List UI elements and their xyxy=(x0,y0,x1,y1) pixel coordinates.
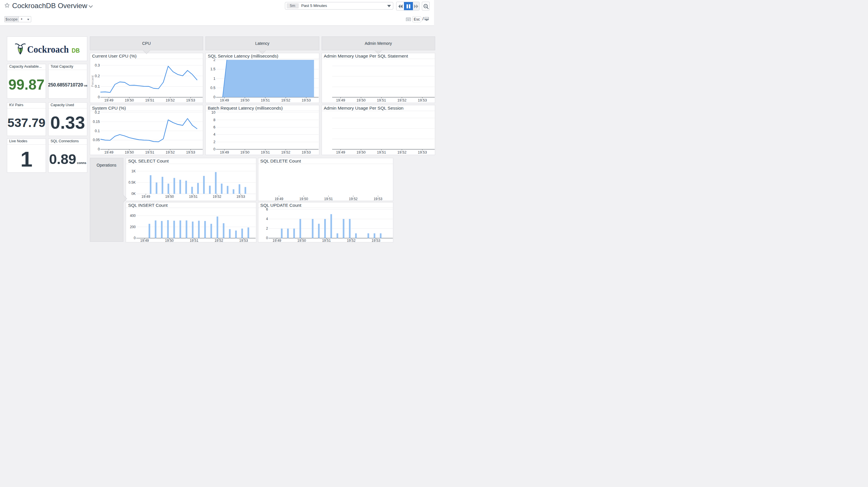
svg-text:19:50: 19:50 xyxy=(240,98,249,102)
svg-text:0: 0 xyxy=(134,236,136,240)
svg-text:0.1: 0.1 xyxy=(95,129,100,133)
svg-text:0: 0 xyxy=(98,95,100,99)
svg-text:19:52: 19:52 xyxy=(281,98,290,102)
svg-text:19:51: 19:51 xyxy=(377,98,386,102)
svg-text:19:49: 19:49 xyxy=(336,150,345,154)
svg-text:0K: 0K xyxy=(131,192,136,196)
svg-text:0: 0 xyxy=(214,95,216,99)
svg-text:19:50: 19:50 xyxy=(165,238,174,242)
svg-text:0.05: 0.05 xyxy=(93,138,100,142)
svg-text:0: 0 xyxy=(266,236,268,240)
svg-text:19:51: 19:51 xyxy=(261,98,270,102)
svg-text:Percent: Percent xyxy=(91,75,94,87)
svg-text:19:50: 19:50 xyxy=(356,150,365,154)
svg-text:19:51: 19:51 xyxy=(145,98,154,102)
svg-text:19:53: 19:53 xyxy=(372,238,380,242)
svg-text:19:53: 19:53 xyxy=(237,195,245,199)
svg-text:0.15: 0.15 xyxy=(93,120,100,124)
svg-text:200: 200 xyxy=(130,225,136,229)
svg-text:19:49: 19:49 xyxy=(220,98,229,102)
svg-text:19:52: 19:52 xyxy=(215,238,223,242)
svg-text:19:51: 19:51 xyxy=(190,238,198,242)
svg-text:0.5K: 0.5K xyxy=(129,180,136,184)
svg-text:19:50: 19:50 xyxy=(165,195,174,199)
svg-text:19:50: 19:50 xyxy=(240,150,249,154)
svg-text:DB: DB xyxy=(72,47,80,54)
svg-text:19:50: 19:50 xyxy=(125,150,133,154)
svg-text:19:53: 19:53 xyxy=(418,150,427,154)
svg-text:19:52: 19:52 xyxy=(165,98,175,102)
svg-text:6: 6 xyxy=(214,125,216,129)
svg-text:2: 2 xyxy=(214,140,216,144)
svg-text:400: 400 xyxy=(130,214,136,218)
svg-text:2: 2 xyxy=(266,226,268,230)
svg-text:19:49: 19:49 xyxy=(273,238,281,242)
svg-text:10: 10 xyxy=(212,111,216,115)
svg-text:19:49: 19:49 xyxy=(104,150,113,154)
svg-text:4: 4 xyxy=(214,133,216,137)
svg-text:8: 8 xyxy=(214,118,216,122)
svg-text:19:50: 19:50 xyxy=(299,197,308,201)
svg-text:19:53: 19:53 xyxy=(302,150,311,154)
svg-text:1.5: 1.5 xyxy=(210,67,215,71)
svg-text:0.2: 0.2 xyxy=(95,111,100,115)
svg-text:19:53: 19:53 xyxy=(302,98,311,102)
svg-text:0.3: 0.3 xyxy=(95,63,100,67)
svg-text:19:52: 19:52 xyxy=(397,150,406,154)
svg-text:4: 4 xyxy=(266,217,268,221)
svg-text:19:51: 19:51 xyxy=(377,150,386,154)
svg-text:19:52: 19:52 xyxy=(281,150,290,154)
svg-text:19:53: 19:53 xyxy=(239,238,248,242)
svg-text:19:52: 19:52 xyxy=(347,238,355,242)
svg-text:0.2: 0.2 xyxy=(95,74,100,78)
svg-text:19:53: 19:53 xyxy=(186,98,195,102)
svg-text:19:49: 19:49 xyxy=(142,195,150,199)
svg-text:19:51: 19:51 xyxy=(324,197,333,201)
svg-text:19:53: 19:53 xyxy=(374,197,382,201)
svg-text:19:52: 19:52 xyxy=(349,197,358,201)
svg-text:1K: 1K xyxy=(131,169,136,173)
svg-text:19:51: 19:51 xyxy=(322,238,331,242)
svg-text:19:53: 19:53 xyxy=(186,150,195,154)
svg-text:19:51: 19:51 xyxy=(145,150,154,154)
svg-text:19:52: 19:52 xyxy=(397,98,406,102)
svg-text:19:49: 19:49 xyxy=(104,98,113,102)
svg-text:19:49: 19:49 xyxy=(141,238,149,242)
svg-text:19:52: 19:52 xyxy=(165,150,175,154)
svg-text:0.5: 0.5 xyxy=(210,86,215,90)
svg-text:0: 0 xyxy=(98,147,100,151)
svg-text:Cockroach: Cockroach xyxy=(27,44,69,55)
svg-text:1: 1 xyxy=(214,76,216,80)
svg-text:0.1: 0.1 xyxy=(95,84,100,88)
svg-text:19:52: 19:52 xyxy=(213,195,221,199)
svg-text:19:50: 19:50 xyxy=(125,98,133,102)
svg-text:19:49: 19:49 xyxy=(275,197,283,201)
svg-text:0: 0 xyxy=(214,147,216,151)
svg-text:19:51: 19:51 xyxy=(261,150,270,154)
svg-text:19:51: 19:51 xyxy=(189,195,198,199)
svg-text:19:49: 19:49 xyxy=(336,98,345,102)
svg-text:19:50: 19:50 xyxy=(297,238,306,242)
svg-text:19:49: 19:49 xyxy=(220,150,229,154)
svg-text:19:50: 19:50 xyxy=(356,98,365,102)
svg-text:19:53: 19:53 xyxy=(418,98,427,102)
